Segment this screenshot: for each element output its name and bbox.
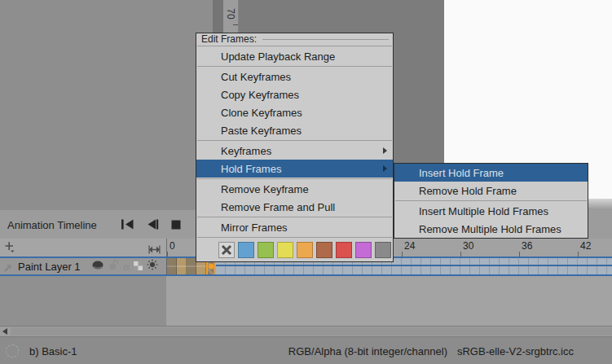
frame-cell-32[interactable] — [480, 258, 490, 274]
previous-frame-icon — [147, 219, 159, 230]
frame-cell-33[interactable] — [490, 258, 500, 274]
plus-icon — [4, 241, 16, 253]
frame-cell-1[interactable] — [177, 258, 187, 274]
frame-cell-40[interactable] — [558, 258, 568, 274]
menu-item-keyframes[interactable]: Keyframes — [196, 142, 393, 160]
lock-open-icon[interactable] — [108, 259, 119, 274]
edit-frames-context-menu: Edit Frames:Update Playback RangeCut Key… — [196, 33, 394, 262]
frame-cell-30[interactable] — [460, 258, 470, 274]
menu-separator — [196, 236, 393, 239]
color-label-swatch-blue[interactable] — [238, 242, 254, 258]
frame-cell-25[interactable] — [412, 258, 421, 274]
frame-cell-37[interactable] — [529, 258, 539, 274]
menu-item-remove-multiple-hold-frames[interactable]: Remove Multiple Hold Frames — [394, 220, 588, 238]
visibility-eye-icon[interactable] — [91, 259, 104, 274]
onion-skin-bulb-icon[interactable] — [147, 259, 158, 274]
pin-icon — [3, 261, 13, 276]
frame-cell-27[interactable] — [431, 258, 441, 274]
layer-header[interactable]: Paint Layer 1 α — [0, 258, 166, 274]
menu-item-label: Remove Keyframe — [221, 183, 309, 195]
menu-item-label: Remove Multiple Hold Frames — [419, 223, 561, 235]
frame-cell-43[interactable] — [588, 258, 597, 274]
menu-item-label: Mirror Frames — [221, 221, 288, 234]
header-rule — [262, 39, 389, 40]
menu-item-label: Hold Frames — [221, 163, 281, 175]
frame-cell-24[interactable] — [402, 258, 412, 274]
skip-to-start-button[interactable] — [121, 219, 134, 230]
menu-item-clone-keyframes[interactable]: Clone Keyframes — [196, 103, 393, 121]
skip-to-start-icon — [121, 219, 134, 230]
color-label-swatch-clear[interactable] — [218, 242, 235, 258]
frame-color-label-row — [196, 239, 393, 261]
add-keyframe-button[interactable] — [4, 241, 16, 257]
frame-cell-0[interactable] — [167, 258, 177, 274]
frame-cell-41[interactable] — [568, 258, 578, 274]
frame-number-label: 24 — [404, 240, 415, 252]
frame-cell-35[interactable] — [509, 258, 519, 274]
menu-item-label: Paste Keyframes — [221, 125, 302, 137]
menu-item-label: Update Playback Range — [221, 50, 335, 63]
layer-list-empty-area — [0, 276, 166, 326]
menu-item-insert-hold-frame[interactable]: Insert Hold Frame — [394, 164, 588, 182]
current-frame-dot-icon — [209, 264, 214, 270]
ruler-tick — [233, 24, 238, 25]
frame-cell-26[interactable] — [421, 258, 431, 274]
layer-name-label: Paint Layer 1 — [18, 261, 81, 273]
menu-item-cut-keyframes[interactable]: Cut Keyframes — [196, 68, 393, 86]
color-label-swatch-yellow[interactable] — [277, 242, 293, 258]
menu-item-label: Insert Hold Frame — [419, 167, 504, 179]
color-label-swatch-brown[interactable] — [316, 242, 332, 258]
menu-item-remove-hold-frame[interactable]: Remove Hold Frame — [394, 182, 588, 200]
menu-item-insert-multiple-hold-frames[interactable]: Insert Multiple Hold Frames — [394, 202, 588, 220]
menu-item-label: Remove Hold Frame — [419, 185, 517, 197]
menu-item-paste-keyframes[interactable]: Paste Keyframes — [196, 121, 393, 139]
hold-frames-submenu: Insert Hold FrameRemove Hold FrameInsert… — [394, 163, 588, 239]
clear-x-icon — [220, 243, 233, 257]
frame-cell-36[interactable] — [519, 258, 529, 274]
frame-cell-44[interactable] — [597, 258, 607, 274]
alpha-channel-icon[interactable]: α — [123, 261, 130, 272]
docker-title: Animation Timeline — [7, 218, 97, 230]
color-label-swatch-gray[interactable] — [375, 242, 391, 258]
color-label-swatch-green[interactable] — [258, 242, 274, 258]
menu-item-copy-keyframes[interactable]: Copy Keyframes — [196, 86, 393, 103]
frame-cell-45[interactable] — [607, 258, 612, 274]
frame-cell-34[interactable] — [500, 258, 509, 274]
menu-section-title: Edit Frames: — [201, 33, 257, 45]
status-bar: b) Basic-1 RGB/Alpha (8-bit integer/chan… — [0, 336, 612, 364]
submenu-arrow-icon — [383, 165, 387, 172]
color-label-swatch-red[interactable] — [336, 242, 352, 258]
frame-cell-38[interactable] — [539, 258, 548, 274]
active-layer-line — [216, 265, 612, 266]
horizontal-fit-icon — [148, 245, 161, 254]
horizontal-scrollbar[interactable] — [0, 326, 612, 336]
scroll-left-arrow-icon[interactable] — [2, 328, 7, 335]
color-profile-label: sRGB-elle-V2-srgbtrc.icc — [457, 344, 574, 357]
menu-item-remove-frame-and-pull[interactable]: Remove Frame and Pull — [196, 198, 393, 216]
layer-property-icons: α — [91, 258, 158, 274]
color-label-swatch-orange[interactable] — [297, 242, 313, 258]
menu-item-update-playback-range[interactable]: Update Playback Range — [196, 47, 393, 65]
zoom-fit-button[interactable] — [148, 243, 161, 257]
brush-preset-icon — [6, 344, 19, 357]
frame-number-label: 30 — [463, 240, 473, 252]
previous-frame-button[interactable] — [147, 219, 159, 230]
inherit-alpha-checker-icon[interactable] — [134, 259, 143, 274]
menu-item-label: Keyframes — [221, 145, 271, 157]
menu-item-remove-keyframe[interactable]: Remove Keyframe — [196, 180, 393, 198]
frame-cell-39[interactable] — [548, 258, 558, 274]
frame-cell-28[interactable] — [441, 258, 451, 274]
color-label-swatch-purple[interactable] — [355, 242, 372, 258]
frame-number-label: 0 — [170, 240, 175, 252]
menu-item-mirror-frames[interactable]: Mirror Frames — [196, 218, 393, 236]
menu-item-hold-frames[interactable]: Hold Frames — [196, 160, 393, 178]
menu-item-label: Remove Frame and Pull — [221, 201, 335, 213]
scrollbar-track[interactable] — [11, 327, 612, 335]
frame-cell-42[interactable] — [578, 258, 588, 274]
ruler-value-label: 70 — [225, 4, 236, 24]
menu-item-label: Cut Keyframes — [221, 71, 291, 83]
frame-cell-29[interactable] — [451, 258, 460, 274]
frame-number-label: 42 — [580, 240, 591, 252]
frame-cell-31[interactable] — [470, 258, 480, 274]
stop-button[interactable] — [171, 220, 181, 230]
